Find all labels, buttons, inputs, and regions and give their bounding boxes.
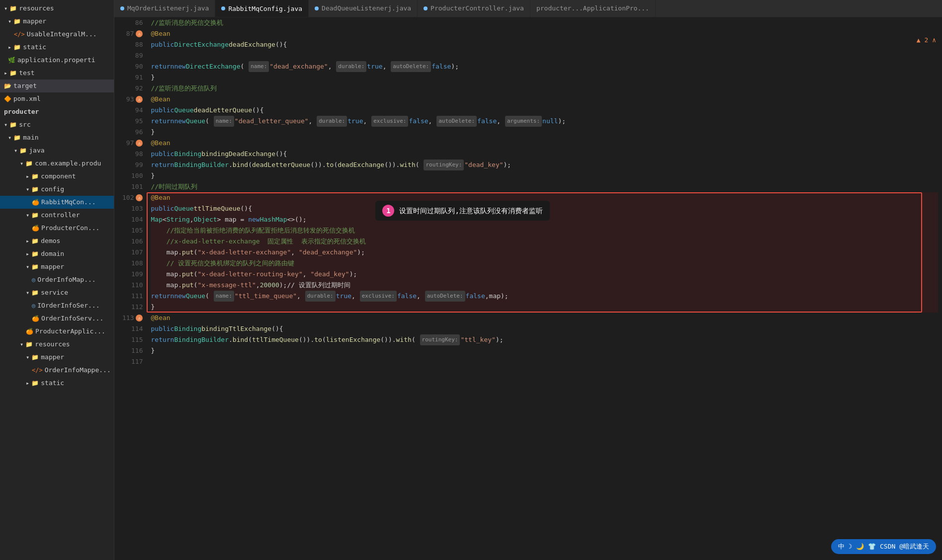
chevron-down-icon: ▾	[26, 261, 29, 272]
code-line: //指定给当前被拒绝消费的队列配置拒绝后消息转发的死信交换机	[151, 225, 938, 236]
watermark: 中 ☽ 🌙 👕 CSDN @暗武逢天	[831, 539, 936, 554]
tab-producterapplication[interactable]: producter...ApplicationPro...	[530, 0, 656, 17]
line-number: 88	[122, 39, 143, 50]
tab-deadqueuelistener[interactable]: DeadQueueListenerj.java	[309, 0, 418, 17]
folder-icon: 📁	[31, 171, 39, 182]
code-line: map.put("x-dead-letter-routing-key", "de…	[151, 269, 938, 280]
tooltip-text: 设置时间过期队列,注意该队列没有消费者监听	[399, 205, 542, 216]
tab-productercontroller[interactable]: ProducterController.java	[418, 0, 530, 17]
sidebar-item-config[interactable]: ▾ 📁 config	[0, 183, 114, 196]
sidebar-item-mapper2[interactable]: ▾ 📁 mapper	[0, 260, 114, 273]
line-number: 92	[122, 83, 143, 94]
sidebar-item-orderinfomapper[interactable]: </> OrderInfoMappe...	[0, 364, 114, 377]
sidebar-label: UsableIntegralM...	[27, 29, 97, 40]
sidebar-label: service	[41, 287, 68, 298]
sidebar-item-demos[interactable]: ▸ 📁 demos	[0, 235, 114, 247]
code-line: }	[151, 302, 938, 313]
sidebar-item-resources2[interactable]: ▾ 📁 resources	[0, 338, 114, 351]
sidebar-item-src[interactable]: ▾ 📁 src	[0, 118, 114, 131]
folder-icon: 📁	[9, 68, 17, 79]
java-icon: 🍊	[32, 223, 39, 234]
sidebar-label: IOrderInfoSer...	[37, 300, 99, 311]
tab-bar: MqOrderListenerj.java RabbitMqConfig.jav…	[114, 0, 942, 17]
chevron-down-icon: ▾	[4, 3, 7, 14]
line-number: 95	[122, 116, 143, 127]
line-number: 108	[122, 258, 143, 269]
sidebar-item-domain[interactable]: ▸ 📁 domain	[0, 247, 114, 260]
sidebar-item-test[interactable]: ▸ 📁 test	[0, 67, 114, 80]
sidebar-label: com.example.produ	[35, 158, 101, 169]
line-number: 103	[122, 203, 143, 214]
sidebar-label: pom.xml	[13, 93, 41, 104]
sidebar-item-target[interactable]: 📂 target	[0, 80, 114, 92]
line-number: 96	[122, 127, 143, 138]
chevron-right-icon: ▸	[4, 68, 7, 79]
line-number: 104	[122, 214, 143, 225]
sidebar-item-orderinfomap[interactable]: ◎ OrderInfoMap...	[0, 273, 114, 286]
sidebar-label: component	[41, 171, 76, 182]
tooltip: 1设置时间过期队列,注意该队列没有消费者监听	[375, 201, 549, 221]
folder-icon: 📁	[9, 3, 17, 14]
sidebar-label: static	[41, 378, 64, 389]
code-line: @Bean	[151, 313, 938, 323]
sidebar-item-producterapplic[interactable]: 🍊 ProducterApplic...	[0, 325, 114, 338]
chevron-right-icon: ▸	[26, 171, 29, 182]
sidebar-item-orderinfoserv[interactable]: 🍊 OrderInfoServ...	[0, 312, 114, 325]
chevron-right-icon: ▸	[26, 236, 29, 246]
sidebar-label: mapper	[23, 16, 46, 27]
folder-icon: 📁	[31, 352, 39, 363]
chevron-down-icon: ▾	[14, 145, 17, 156]
sidebar-item-service[interactable]: ▾ 📁 service	[0, 286, 114, 299]
sidebar-item-java[interactable]: ▾ 📁 java	[0, 144, 114, 157]
sidebar-item-component[interactable]: ▸ 📁 component	[0, 170, 114, 183]
sidebar-item-pom[interactable]: 🔶 pom.xml	[0, 92, 114, 105]
code-editor[interactable]: ▲ 2 ∧ 8687⚠888990919293⚠94959697⚠9899100…	[114, 17, 942, 560]
xml-icon: </>	[32, 365, 43, 376]
sidebar-label: OrderInfoServ...	[41, 313, 103, 324]
java-icon: 🍊	[32, 313, 39, 324]
sidebar-label: config	[41, 184, 64, 195]
sidebar-item-rabbitmqconfig[interactable]: 🍊 RabbitMqCon...	[0, 196, 114, 209]
sidebar-label: ProducterCon...	[41, 223, 99, 234]
line-number: 102⚠	[122, 192, 143, 203]
watermark-text: 中 ☽ 🌙 👕	[838, 542, 876, 551]
chevron-down-icon: ▾	[26, 184, 29, 195]
sidebar-item-resources[interactable]: ▾ 📁 resources	[0, 2, 114, 15]
sidebar-item-producter[interactable]: producter	[0, 105, 114, 118]
sidebar-item-controller[interactable]: ▾ 📁 controller	[0, 209, 114, 222]
sidebar-label: OrderInfoMap...	[37, 274, 95, 285]
code-line: return BindingBuilder.bind(deadLetterQue…	[151, 160, 938, 170]
props-icon: 🌿	[8, 55, 15, 66]
sidebar-item-static1[interactable]: ▸ 📁 static	[0, 41, 114, 54]
sidebar-label: target	[13, 80, 37, 91]
line-number: 109	[122, 269, 143, 280]
code-line: @Bean	[151, 28, 938, 39]
sidebar-label: static	[23, 42, 46, 53]
sidebar-item-static2[interactable]: ▸ 📁 static	[0, 377, 114, 390]
chevron-down-icon: ▾	[26, 210, 29, 221]
line-number: 117	[122, 356, 143, 367]
sidebar-item-usable[interactable]: </> UsableIntegralM...	[0, 28, 114, 41]
sidebar-label: domain	[41, 248, 64, 259]
java-iface-icon: ◎	[32, 300, 35, 311]
sidebar-item-mapper3[interactable]: ▾ 📁 mapper	[0, 351, 114, 364]
code-line: @Bean	[151, 94, 938, 105]
editor-area: MqOrderListenerj.java RabbitMqConfig.jav…	[114, 0, 942, 560]
sidebar-label: ProducterApplic...	[35, 326, 105, 337]
sidebar-item-main[interactable]: ▾ 📁 main	[0, 131, 114, 144]
java-iface-icon: ◎	[32, 274, 35, 285]
tab-rabbitmqconfig[interactable]: RabbitMqConfig.java	[215, 0, 309, 17]
tab-mqorderlistener[interactable]: MqOrderListenerj.java	[114, 0, 215, 17]
code-line: }	[151, 345, 938, 356]
folder-icon: 📁	[25, 339, 33, 350]
chevron-down-icon: ▾	[26, 287, 29, 298]
sidebar-item-mapper1[interactable]: ▾ 📁 mapper	[0, 15, 114, 28]
line-number: 93⚠	[122, 94, 143, 105]
line-number: 99	[122, 160, 143, 170]
tooltip-number: 1	[382, 205, 394, 217]
sidebar-item-com[interactable]: ▾ 📁 com.example.produ	[0, 157, 114, 170]
chevron-down-icon: ▾	[8, 16, 11, 27]
sidebar-item-productercontroller[interactable]: 🍊 ProducterCon...	[0, 222, 114, 235]
sidebar-item-iorderinfoser[interactable]: ◎ IOrderInfoSer...	[0, 299, 114, 312]
sidebar-item-appprops[interactable]: 🌿 application.properti	[0, 54, 114, 67]
